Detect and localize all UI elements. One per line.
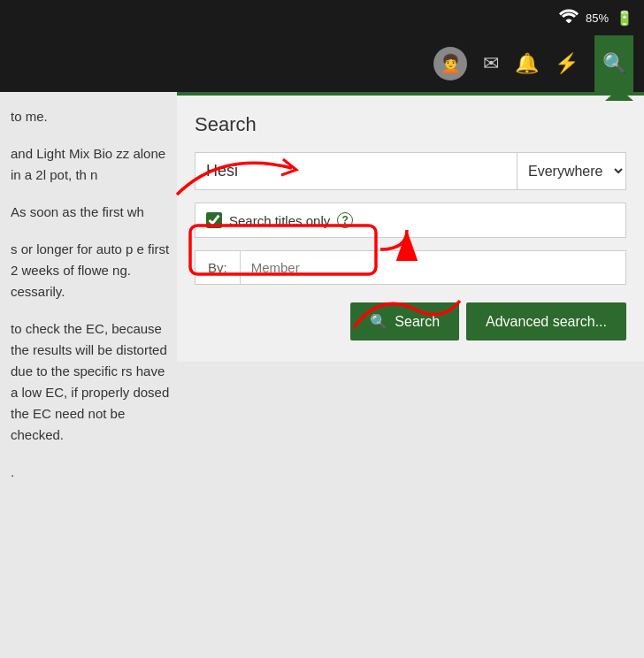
- search-button-label: Search: [395, 314, 440, 330]
- help-icon-label: ?: [342, 214, 349, 226]
- avatar-emoji: 🧑‍🦱: [440, 53, 462, 74]
- wifi-icon: [559, 9, 579, 27]
- by-member-input[interactable]: [241, 251, 625, 284]
- bg-line-6: .: [11, 462, 175, 483]
- by-label: By:: [196, 251, 241, 284]
- advanced-search-button[interactable]: Advanced search...: [466, 302, 626, 340]
- status-bar: 85% 🔋: [0, 0, 644, 35]
- bell-icon[interactable]: 🔔: [515, 52, 539, 75]
- nav-bar: 🧑‍🦱 ✉ 🔔 ⚡ 🔍: [0, 35, 644, 92]
- search-modal: Search Everywhere This Forum This Thread…: [177, 92, 644, 362]
- background-content: to me. and Light Mix Bio zz alone in a 2…: [0, 92, 186, 513]
- modal-arrow: [605, 88, 633, 101]
- battery-percent: 85%: [586, 11, 609, 25]
- search-icon-label: 🔍: [602, 52, 626, 75]
- mail-icon[interactable]: ✉: [483, 52, 499, 75]
- checkbox-row: Search titles only ?: [195, 203, 626, 238]
- battery-icon: 🔋: [616, 10, 633, 27]
- buttons-row: 🔍 Search Advanced search...: [195, 302, 626, 340]
- search-row: Everywhere This Forum This Thread: [195, 152, 626, 190]
- search-button[interactable]: 🔍 Search: [350, 302, 459, 340]
- lightning-icon[interactable]: ⚡: [555, 52, 579, 75]
- bg-line-2: and Light Mix Bio zz alone in a 2l pot, …: [11, 143, 175, 186]
- help-icon[interactable]: ?: [337, 212, 353, 228]
- search-input[interactable]: [196, 153, 517, 189]
- search-scope-select[interactable]: Everywhere This Forum This Thread: [517, 153, 625, 189]
- avatar[interactable]: 🧑‍🦱: [433, 47, 467, 80]
- by-row: By:: [195, 250, 626, 285]
- search-modal-title: Search: [195, 113, 626, 136]
- bg-line-4: s or longer for auto p e first 2 weeks o…: [11, 239, 175, 302]
- bg-line-5: to check the EC, because the results wil…: [11, 318, 175, 446]
- titles-only-checkbox[interactable]: [206, 212, 222, 228]
- search-button-icon: 🔍: [370, 313, 387, 330]
- bg-line-1: to me.: [11, 106, 175, 127]
- bg-line-3: As soon as the first wh: [11, 202, 175, 223]
- search-nav-icon[interactable]: 🔍: [594, 35, 633, 92]
- titles-only-label[interactable]: Search titles only: [229, 213, 330, 228]
